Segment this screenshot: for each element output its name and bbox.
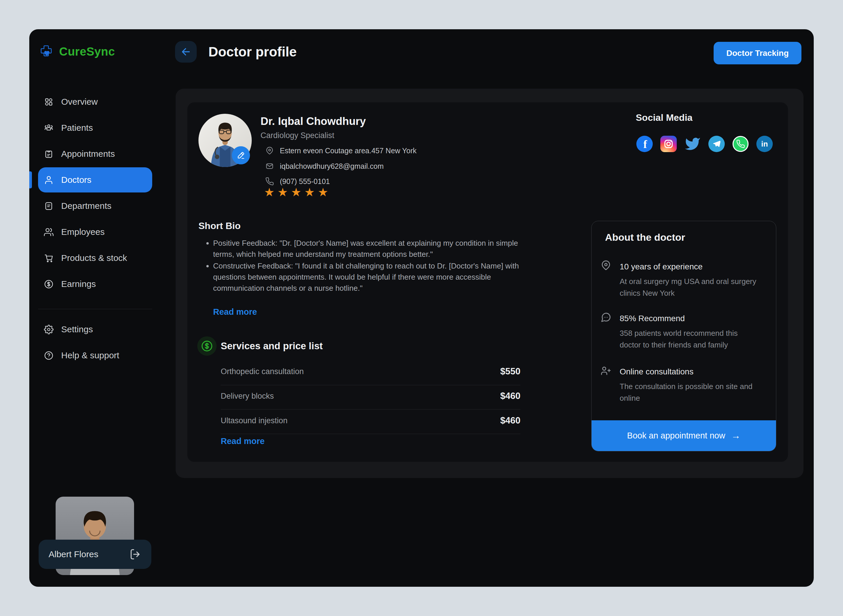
active-nav-indicator xyxy=(29,172,32,188)
about-item-text: 358 patients world recommend this doctor… xyxy=(620,327,760,351)
sidebar-item-help-support[interactable]: Help & support xyxy=(44,347,155,364)
page-title: Doctor profile xyxy=(208,41,297,63)
location-pin-icon xyxy=(265,146,274,155)
sidebar-item-label: Overview xyxy=(61,97,98,107)
about-item-title: 85% Recommend xyxy=(620,314,685,323)
page-background: CureSync Overview Patients Appointments … xyxy=(0,0,843,616)
pencil-icon xyxy=(236,151,246,160)
service-row: Delivery blocks $460 xyxy=(221,390,521,402)
doctor-email: iqbalchowdhury628@gmail.com xyxy=(280,162,384,170)
doctor-phone: (907) 555-0101 xyxy=(280,177,330,186)
document-icon xyxy=(44,201,54,211)
content-panel: Dr. Iqbal Chowdhury Cardiology Specialis… xyxy=(176,89,803,478)
social-media-row: f in xyxy=(636,136,773,152)
recommend-chat-icon xyxy=(600,312,612,323)
service-price: $460 xyxy=(500,415,521,426)
svg-text:f: f xyxy=(643,138,647,150)
sidebar-item-overview[interactable]: Overview xyxy=(44,93,155,111)
sidebar-item-earnings[interactable]: Earnings xyxy=(44,275,155,293)
doctor-profile-card: Dr. Iqbal Chowdhury Cardiology Specialis… xyxy=(187,103,788,462)
cart-icon xyxy=(44,253,54,263)
sidebar-item-label: Departments xyxy=(61,201,112,211)
mail-icon xyxy=(265,162,274,170)
doctor-name: Dr. Iqbal Chowdhury xyxy=(260,115,366,128)
medical-cross-heart-icon xyxy=(39,44,54,59)
book-appointment-button[interactable]: Book an appointment now → xyxy=(591,420,776,451)
instagram-icon[interactable] xyxy=(661,136,677,152)
doctor-specialty: Cardiology Specialist xyxy=(260,131,334,140)
about-item-title: Online consultations xyxy=(620,367,693,377)
gear-icon xyxy=(44,325,54,334)
services-title: Services and price list xyxy=(221,340,323,352)
sidebar-item-label: Earnings xyxy=(61,279,96,289)
doctor-phone-row: (907) 555-0101 xyxy=(265,177,330,186)
sidebar-item-settings[interactable]: Settings xyxy=(44,321,155,338)
service-price: $550 xyxy=(500,366,521,377)
logout-icon[interactable] xyxy=(129,548,141,560)
doctor-email-row: iqbalchowdhury628@gmail.com xyxy=(265,162,384,170)
sidebar-item-patients[interactable]: Patients xyxy=(44,119,155,136)
brand-name: CureSync xyxy=(59,45,115,58)
sidebar-item-appointments[interactable]: Appointments xyxy=(44,145,155,163)
facebook-icon[interactable]: f xyxy=(636,136,653,152)
brand-logo: CureSync xyxy=(39,44,115,59)
bio-bullet: Positive Feedback: "Dr. [Doctor's Name] … xyxy=(213,238,541,260)
doctor-rating-stars: ★★★★★ xyxy=(264,185,331,199)
service-name: Ultasound injestion xyxy=(221,416,287,425)
sidebar-item-doctors[interactable]: Doctors xyxy=(44,171,155,189)
sidebar-item-label: Employees xyxy=(61,227,104,237)
service-price: $460 xyxy=(500,391,521,401)
twitter-icon[interactable] xyxy=(684,136,701,152)
svg-text:in: in xyxy=(761,140,768,148)
sidebar-divider xyxy=(38,309,152,309)
bio-bullet: Constructive Feedback: "I found it a bit… xyxy=(213,260,541,294)
service-row: Orthopedic cansultation $550 xyxy=(221,365,521,378)
dollar-circle-icon xyxy=(44,279,54,289)
linkedin-icon[interactable]: in xyxy=(756,136,773,152)
app-window: CureSync Overview Patients Appointments … xyxy=(29,29,814,587)
social-media-title: Social Media xyxy=(636,112,693,123)
bio-read-more-link[interactable]: Read more xyxy=(213,307,257,317)
doctor-tracking-button[interactable]: Doctor Tracking xyxy=(714,42,802,65)
experience-pin-icon xyxy=(600,260,612,271)
whatsapp-icon[interactable] xyxy=(733,136,749,152)
user-name: Albert Flores xyxy=(49,549,99,559)
appointments-icon xyxy=(44,149,54,159)
help-circle-icon xyxy=(44,351,54,360)
service-divider xyxy=(221,409,521,409)
arrow-left-icon xyxy=(180,46,192,58)
sidebar-item-employees[interactable]: Employees xyxy=(44,223,155,241)
about-item-title: 10 years of experience xyxy=(620,262,702,271)
about-item-text: The consultation is possible on site and… xyxy=(620,381,760,404)
telegram-icon[interactable] xyxy=(708,136,725,152)
sidebar-item-label: Doctors xyxy=(61,175,91,185)
sidebar-item-label: Help & support xyxy=(61,351,119,360)
arrow-right-icon: → xyxy=(731,430,740,441)
doctor-user-icon xyxy=(44,175,54,185)
user-account-bar[interactable]: Albert Flores xyxy=(39,540,152,569)
services-dollar-icon xyxy=(197,336,216,356)
grid-icon xyxy=(44,97,54,107)
employees-icon xyxy=(44,227,54,237)
back-button[interactable] xyxy=(175,41,197,63)
online-consultation-user-plus-icon xyxy=(600,365,612,376)
service-divider xyxy=(221,434,521,434)
short-bio-title: Short Bio xyxy=(199,220,241,231)
doctor-address: Estern eveon Coutage area.457 New York xyxy=(280,147,416,155)
services-read-more-link[interactable]: Read more xyxy=(221,436,265,446)
sidebar-item-label: Products & stock xyxy=(61,253,127,263)
about-title: About the doctor xyxy=(605,232,685,243)
sidebar-item-label: Patients xyxy=(61,123,93,133)
patients-icon xyxy=(44,123,54,133)
sidebar-item-label: Appointments xyxy=(61,149,115,159)
doctor-address-row: Estern eveon Coutage area.457 New York xyxy=(265,146,416,155)
service-row: Ultasound injestion $460 xyxy=(221,414,521,427)
short-bio-list: Positive Feedback: "Dr. [Doctor's Name] … xyxy=(204,238,541,294)
about-doctor-card: About the doctor 10 years of experience … xyxy=(591,221,776,451)
edit-avatar-badge[interactable] xyxy=(232,146,250,164)
sidebar-item-departments[interactable]: Departments xyxy=(44,197,155,215)
service-name: Delivery blocks xyxy=(221,392,274,401)
sidebar-item-products-stock[interactable]: Products & stock xyxy=(44,249,155,267)
book-appointment-label: Book an appointment now xyxy=(627,431,725,440)
service-divider xyxy=(221,385,521,385)
